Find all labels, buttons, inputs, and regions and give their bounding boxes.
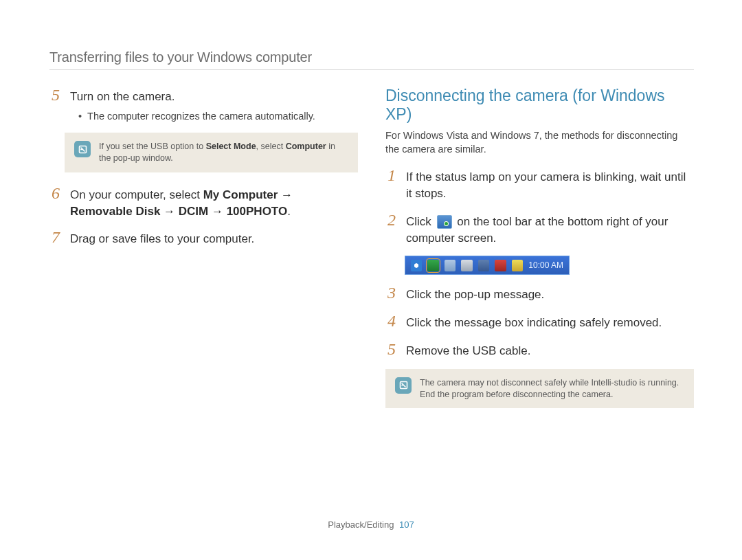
step-r3: 3 Click the pop-up message. [385,284,694,303]
note-text: If you set the USB option to Select Mode… [99,141,348,164]
tray-icon-generic [445,260,456,271]
section-heading: Disconnecting the camera (for Windows XP… [385,87,694,124]
note-box-right: The camera may not disconnect safely whi… [385,369,694,409]
step-r2: 2 Click on the tool bar at the bottom ri… [385,212,694,247]
step-text: On your computer, select My Computer → R… [70,185,358,220]
step-5-bullet: The computer recognizes the camera autom… [78,109,315,123]
tray-icon-generic [478,260,489,271]
taskbar-screenshot: 10:00 AM [405,256,570,275]
step-7: 7 Drag or save files to your computer. [49,229,358,247]
note-icon [74,141,91,157]
step-number: 5 [49,87,62,103]
step-r5: 5 Remove the USB cable. [385,341,694,359]
right-column: Disconnecting the camera (for Windows XP… [385,87,694,421]
step-text: Remove the USB cable. [406,341,530,359]
step-number: 1 [385,167,398,183]
left-column: 5 Turn on the camera. The computer recog… [49,87,358,421]
step-number: 4 [385,313,398,329]
tray-arrow-icon [411,260,422,271]
footer-section: Playback/Editing [328,519,394,530]
note-text: The camera may not disconnect safely whi… [420,377,684,401]
manual-page: Transferring files to your Windows compu… [0,0,742,560]
footer-page-number: 107 [399,519,414,530]
page-title: Transferring files to your Windows compu… [49,49,694,65]
step-text: Turn on the camera. The computer recogni… [70,87,315,123]
note-box-left: If you set the USB option to Select Mode… [65,133,358,172]
step-5-text: Turn on the camera. [70,90,175,103]
step-text: Click the message box indicating safely … [406,313,662,331]
step-text: Click on the tool bar at the bottom righ… [406,212,694,247]
step-r4: 4 Click the message box indicating safel… [385,313,694,331]
tray-icon-generic [512,260,523,271]
step-number: 5 [385,341,398,357]
section-subtext: For Windows Vista and Windows 7, the met… [385,129,694,156]
safely-remove-icon [437,215,452,229]
note-icon [395,377,412,394]
step-text: Drag or save files to your computer. [70,229,254,247]
step-6: 6 On your computer, select My Computer →… [49,185,358,220]
title-rule [49,69,694,70]
two-column-layout: 5 Turn on the camera. The computer recog… [49,87,694,421]
step-text: Click the pop-up message. [406,284,544,303]
step-5: 5 Turn on the camera. The computer recog… [49,87,358,123]
tray-icon-generic [461,260,472,271]
step-r1: 1 If the status lamp on your camera is b… [385,167,694,202]
step-number: 6 [49,185,62,201]
tray-volume-icon [495,260,506,271]
step-text: If the status lamp on your camera is bli… [406,167,694,202]
tray-safely-remove-icon [427,260,438,271]
step-number: 3 [385,284,398,301]
taskbar-clock: 10:00 AM [528,260,563,270]
step-number: 7 [49,229,62,245]
page-footer: Playback/Editing 107 [0,519,742,530]
step-number: 2 [385,212,398,228]
